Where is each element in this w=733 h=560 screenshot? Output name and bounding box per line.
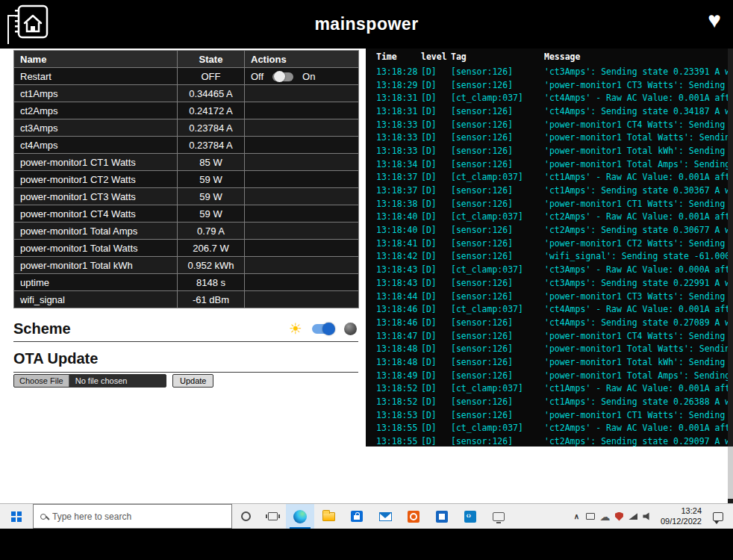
scrollbar-thumb[interactable] <box>728 447 733 499</box>
remote-desktop-icon <box>493 512 505 521</box>
log-row: 13:18:31[D][sensor:126]'ct4Amps': Sendin… <box>366 105 728 118</box>
entity-actions <box>245 171 359 188</box>
table-header-row: Name State Actions <box>14 51 359 68</box>
store-button[interactable] <box>343 504 371 529</box>
log-tag: [sensor:126] <box>451 251 544 261</box>
task-view-button[interactable] <box>259 504 286 529</box>
log-row: 13:18:41[D][sensor:126]'power-monitor1 C… <box>366 237 728 250</box>
defender-button[interactable] <box>612 504 626 529</box>
table-row: wifi_signal-61 dBm <box>14 291 359 308</box>
entity-name: power-monitor1 Total Amps <box>14 223 178 240</box>
restart-toggle[interactable] <box>272 72 293 81</box>
taskbar-clock[interactable]: 13:24 09/12/2022 <box>661 506 702 527</box>
entity-actions <box>245 205 359 223</box>
remote-desktop-button[interactable] <box>484 504 513 529</box>
log-level: [D] <box>421 291 451 302</box>
onedrive-button[interactable] <box>598 504 612 529</box>
log-message: 'power-monitor1 Total Watts': Sending st… <box>544 343 728 354</box>
log-row: 13:18:38[D][sensor:126]'power-monitor1 C… <box>366 197 728 211</box>
log-time: 13:18:48 <box>366 343 421 354</box>
chevron-up-button[interactable] <box>570 504 584 529</box>
vscode-button[interactable] <box>456 504 484 529</box>
entity-name: ct4Amps <box>14 137 178 154</box>
log-time: 13:18:53 <box>366 410 421 420</box>
log-time: 13:18:48 <box>366 357 421 367</box>
log-message: 'ct1Amps' - Raw AC Value: 0.001A after 1… <box>544 172 728 182</box>
entity-state: 59 W <box>178 171 245 188</box>
entity-name: power-monitor1 Total Watts <box>14 240 178 257</box>
choose-file-button[interactable]: Choose File <box>14 375 69 387</box>
log-tag: [sensor:126] <box>451 225 544 235</box>
log-level: [D] <box>421 436 451 447</box>
file-explorer-button[interactable] <box>314 504 343 529</box>
table-row: power-monitor1 CT1 Watts85 W <box>14 154 359 171</box>
file-input[interactable]: Choose File No file chosen <box>13 374 166 388</box>
log-row: 13:18:43[D][ct_clamp:037]'ct3Amps' - Raw… <box>366 263 728 276</box>
edge-icon <box>293 510 307 523</box>
scheme-toggle[interactable] <box>312 324 334 334</box>
network-button[interactable] <box>626 504 640 529</box>
log-time: 13:18:42 <box>366 251 421 261</box>
log-message: 'wifi_signal': Sending state -61.00000 d… <box>544 251 728 261</box>
mail-icon <box>379 512 392 521</box>
display-icon <box>586 513 595 520</box>
log-tag: [ct_clamp:037] <box>451 304 544 314</box>
entity-name: wifi_signal <box>14 291 178 308</box>
log-tag: [sensor:126] <box>451 106 544 116</box>
log-level: [D] <box>421 251 451 261</box>
browser-page: mainspower ♥ Name State Actions RestartO… <box>0 0 733 503</box>
sun-icon: ☀ <box>289 321 302 336</box>
teams-icon <box>436 511 448 523</box>
log-time: 13:18:40 <box>366 211 421 222</box>
teams-button[interactable] <box>428 504 456 529</box>
entity-actions <box>245 119 359 137</box>
entity-name: power-monitor1 CT2 Watts <box>14 171 178 188</box>
search-input[interactable] <box>52 511 225 522</box>
log-level: [D] <box>421 304 451 314</box>
log-message: 'ct1Amps': Sending state 0.26388 A with … <box>544 396 728 407</box>
log-message: 'ct3Amps': Sending state 0.23391 A with … <box>544 66 728 77</box>
table-row: power-monitor1 CT3 Watts59 W <box>14 188 359 205</box>
display-button[interactable] <box>584 504 598 529</box>
moon-icon <box>344 323 357 335</box>
volume-icon <box>643 512 652 520</box>
log-rows: 13:18:28[D][sensor:126]'ct3Amps': Sendin… <box>366 65 728 447</box>
log-time: 13:18:41 <box>366 238 421 249</box>
update-button[interactable]: Update <box>172 374 213 388</box>
file-status-text: No file chosen <box>69 376 128 385</box>
table-row: power-monitor1 CT4 Watts59 W <box>14 205 359 223</box>
log-tag: [sensor:126] <box>451 132 544 143</box>
log-time: 13:18:46 <box>366 317 421 328</box>
log-row: 13:18:33[D][sensor:126]'power-monitor1 T… <box>366 144 728 158</box>
log-tag: [ct_clamp:037] <box>451 172 544 182</box>
action-center-button[interactable] <box>708 512 729 521</box>
log-time: 13:18:44 <box>366 291 421 302</box>
cortana-button[interactable] <box>232 504 259 529</box>
log-row: 13:18:42[D][sensor:126]'wifi_signal': Se… <box>366 250 728 264</box>
clock-date: 09/12/2022 <box>661 517 702 527</box>
log-tag: [sensor:126] <box>451 199 544 209</box>
log-tag: [sensor:126] <box>451 119 544 130</box>
office-button[interactable] <box>399 504 428 529</box>
table-row: ct4Amps0.23784 A <box>14 137 359 154</box>
action-center-icon <box>713 512 723 521</box>
log-level: [D] <box>421 199 451 209</box>
log-tag: [sensor:126] <box>451 370 544 381</box>
edge-button[interactable] <box>286 504 314 529</box>
taskbar-search[interactable] <box>33 504 232 529</box>
start-button[interactable] <box>0 504 33 529</box>
entity-actions: OffOn <box>245 68 359 85</box>
page-scrollbar[interactable] <box>728 49 733 503</box>
log-level: [D] <box>421 410 451 420</box>
taskbar-apps <box>286 504 513 529</box>
page-title: mainspower <box>0 0 733 49</box>
log-time: 13:18:33 <box>366 132 421 143</box>
mail-button[interactable] <box>371 504 399 529</box>
log-level: [D] <box>421 66 451 77</box>
log-message: 'ct4Amps': Sending state 0.34187 A with … <box>544 106 728 116</box>
log-message: 'ct1Amps': Sending state 0.30367 A with … <box>544 185 728 196</box>
log-row: 13:18:55[D][ct_clamp:037]'ct2Amps' - Raw… <box>366 422 728 435</box>
log-tag: [sensor:126] <box>451 410 544 420</box>
volume-button[interactable] <box>640 504 655 529</box>
log-row: 13:18:28[D][sensor:126]'ct3Amps': Sendin… <box>366 65 728 78</box>
